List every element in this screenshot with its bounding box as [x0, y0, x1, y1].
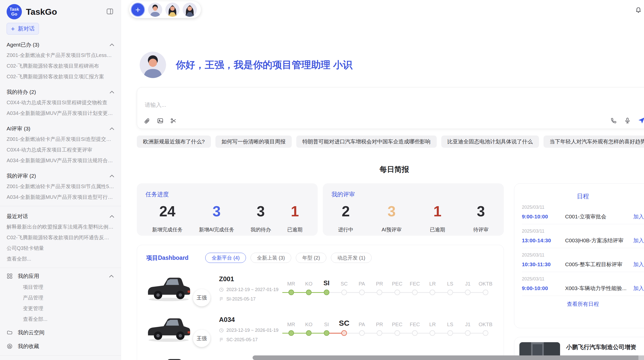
collapse-sidebar-icon[interactable] [106, 8, 114, 15]
section-title: AI评审 (3) [7, 125, 30, 132]
sidebar-item-cloud-space[interactable]: 我的云空间 [7, 327, 114, 338]
chevron-up-icon[interactable] [110, 43, 114, 46]
chevron-up-icon[interactable] [109, 275, 114, 278]
avatar[interactable] [183, 3, 197, 17]
section-ai-review[interactable]: AI评审 (3) [7, 124, 114, 134]
view-all-schedule-link[interactable]: 查看所有日程 [522, 301, 644, 308]
list-item[interactable]: A034-全新新能源MUV产品开发项目计划变更表编写 [7, 108, 114, 118]
project-code: Z001 [219, 275, 282, 283]
milestone-stop: PEC [388, 277, 406, 295]
sidebar-item-my-apps[interactable]: 我的应用 [7, 271, 114, 282]
image-icon[interactable] [157, 117, 164, 124]
view-all-chats[interactable]: 查看全部... [7, 253, 114, 264]
project-row[interactable]: 王强 Z001 2023-12-19 ~ 2027-01-19 SI-2025-… [146, 273, 494, 304]
project-dashboard-card: 项目Dashboard 全新平台 (4) 全新上装 (3) 年型 (2) 动总开… [137, 245, 504, 360]
notification-bell-icon[interactable] [635, 6, 642, 14]
app-link-view-all[interactable]: 查看全部... [7, 314, 114, 324]
milestone-stop: LS [441, 318, 459, 336]
milestone-stop: J1 [459, 318, 477, 336]
paperclip-icon[interactable] [144, 117, 150, 124]
owner-badge: 王强 [193, 289, 210, 306]
milestone-stop: PEC [388, 318, 406, 336]
suggestion-chip[interactable]: 当下年轻人对汽车外观有怎样的喜好趋势 [544, 136, 644, 148]
schedule-event-title: C005-整车工程目标评审 [565, 261, 633, 268]
list-item[interactable]: A034-全新新能源MUV产品开发项目造型可行性评审 [7, 192, 114, 202]
stat-ai-done: 3 新增AI完成任务 [199, 203, 234, 233]
app-link-project-mgmt[interactable]: 项目管理 [7, 282, 114, 292]
scissors-icon[interactable] [170, 117, 177, 124]
milestone-stop: PA [353, 277, 371, 295]
tab-model-year[interactable]: 年型 (2) [296, 253, 326, 263]
owner-badge: 王强 [193, 330, 210, 347]
section-title: 最近对话 [7, 213, 28, 220]
milestone-stop: PA [353, 318, 371, 336]
section-my-review[interactable]: 我的评审 (2) [7, 171, 114, 181]
tab-new-body[interactable]: 全新上装 (3) [251, 253, 291, 263]
sidebar-item-ai-super-staff[interactable]: AI超级员工 [7, 358, 114, 360]
suggestion-chip[interactable]: 欧洲新规最近颁布了什么? [137, 136, 211, 148]
main-area: + 王强 你好，王强，我是你的项目管理助理 小识 请输入... [121, 0, 644, 360]
horizontal-scrollbar[interactable] [253, 355, 644, 360]
chevron-up-icon[interactable] [110, 215, 114, 218]
section-agent-done[interactable]: Agent已办 (3) [7, 40, 114, 50]
list-item[interactable]: C02-飞腾新能源轻客改款项目里程碑画布 [7, 61, 114, 71]
chat-composer[interactable]: 请输入... [137, 87, 644, 129]
dashboard-title: 项目Dashboard [146, 254, 188, 262]
sidebar-item-favorites[interactable]: 我的收藏 [7, 341, 114, 352]
flag-icon [219, 337, 224, 342]
schedule-item: 2025/03/11 9:00-10:00 C001-立项审批会 加入 [522, 200, 644, 224]
greeting-text: 你好，王强，我是你的项目管理助理 小识 [176, 58, 353, 71]
milestone-stop: MR [282, 318, 300, 336]
join-meeting-link[interactable]: 加入 [633, 261, 644, 268]
list-item[interactable]: C0X4-动力总成开发项目SI里程碑提交物检查 [7, 97, 114, 108]
list-item[interactable]: C02-飞腾新能源轻客改款项目立项汇报方案 [7, 71, 114, 82]
list-item[interactable]: C0X4-动力总成开发项目工程变更评审 [7, 144, 114, 155]
schedule-event-title: C001-立项审批会 [565, 213, 633, 220]
list-item[interactable]: Z001-全新燃油皮卡产品开发项目SI节点Lesson Learn报告 [7, 50, 114, 61]
chevron-up-icon[interactable] [110, 175, 114, 177]
avatar[interactable] [165, 3, 180, 17]
milestone-stop: MR [282, 277, 300, 295]
list-item[interactable]: C02-飞腾新能源轻客改款项目的闭环通告反馈情况 [7, 232, 114, 243]
tab-new-platform[interactable]: 全新平台 (4) [205, 253, 246, 263]
list-item[interactable]: 解释最新出台的欧盟报废车法规再生塑料比例被调至15%... [7, 221, 114, 232]
stat-in-progress: 2 进行中 [338, 203, 353, 233]
avatar[interactable] [148, 3, 162, 17]
milestone-track: MR KO SI SC PA PR PEC FEC LR LS J1 [282, 277, 494, 299]
app-link-change-mgmt[interactable]: 变更管理 [7, 303, 114, 314]
section-my-todo[interactable]: 我的待办 (2) [7, 87, 114, 97]
milestone-track: MR KO SI SC PA PR PEC FEC LR LS J1 [282, 318, 494, 340]
assistant-avatar [140, 52, 166, 78]
suggestion-chip[interactable]: 比亚迪全固态电池计划具体说了什么 [441, 136, 539, 148]
chevron-up-icon[interactable] [110, 91, 114, 94]
composer-left-icons [144, 117, 177, 124]
add-session-button[interactable]: + [131, 3, 145, 17]
list-item[interactable]: Z001-全新燃油轻卡产品开发项目SI造型提交物评审 [7, 134, 114, 144]
list-item[interactable]: 公司Q3轻卡销量 [7, 243, 114, 253]
send-icon[interactable] [638, 117, 644, 124]
app-link-product-mgmt[interactable]: 产品管理 [7, 292, 114, 303]
join-meeting-link[interactable]: 加入 [633, 237, 644, 244]
suggestion-chip[interactable]: 特朗普可能对进口汽车增税会对中国车企造成哪些影响 [296, 136, 437, 148]
milestone-stop-current: SI [318, 277, 335, 295]
join-meeting-link[interactable]: 加入 [633, 213, 644, 220]
chevron-up-icon[interactable] [110, 127, 114, 130]
join-meeting-link[interactable]: 加入 [633, 285, 644, 292]
new-chat-button[interactable]: + 新对话 [7, 23, 39, 35]
suggestion-chip[interactable]: 如何写一份清晰的项目周报 [215, 136, 292, 148]
milestone-stop: KO [300, 318, 317, 336]
tab-powertrain[interactable]: 动总开发 (1) [331, 253, 372, 263]
daily-brief-header: 每日简报 [137, 164, 644, 175]
phone-icon[interactable] [610, 117, 617, 124]
schedule-event-title: X003-车辆动力学性能验... [565, 285, 633, 292]
cloud-folder-icon [7, 329, 13, 336]
stat-overdue: 1 已逾期 [430, 203, 445, 233]
list-item[interactable]: Z001-全新燃油轻卡产品开发项目SI节点属性5D文件评审 [7, 181, 114, 192]
dashboard-tabs: 全新平台 (4) 全新上装 (3) 年型 (2) 动总开发 (1) [205, 253, 372, 263]
suggestion-chips: 欧洲新规最近颁布了什么? 如何写一份清晰的项目周报 特朗普可能对进口汽车增税会对… [137, 136, 644, 148]
milestone-stop: LR [424, 277, 441, 295]
list-item[interactable]: A034-全新新能源MUV产品开发项目法规符合性评审 [7, 155, 114, 166]
microphone-icon[interactable] [624, 117, 631, 124]
section-recent-chats[interactable]: 最近对话 [7, 211, 114, 221]
project-row[interactable]: 王强 A034 2023-12-19 ~ 2026-01-19 SC-2025-… [146, 314, 494, 344]
